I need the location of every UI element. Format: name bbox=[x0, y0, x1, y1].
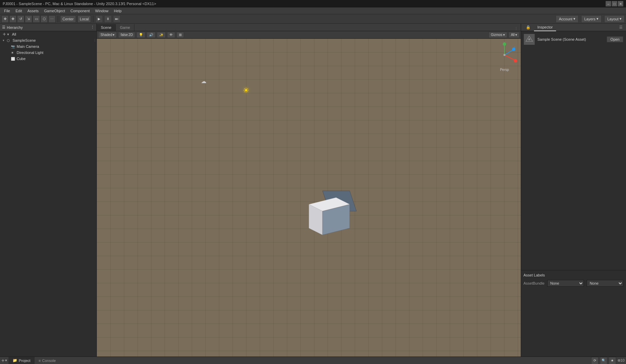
menu-bar: File Edit Assets GameObject Component Wi… bbox=[0, 7, 626, 14]
svg-point-13 bbox=[503, 54, 505, 56]
scene-tabs: Scene Game ⋮ bbox=[97, 24, 521, 31]
tab-game[interactable]: Game bbox=[116, 24, 134, 31]
window-title: PJ0001 - SampleScene - PC, Mac & Linux S… bbox=[3, 2, 156, 6]
transform-tool[interactable]: ⬡ bbox=[40, 15, 48, 23]
hierarchy-label: Hierarchy bbox=[7, 25, 23, 30]
svg-text:Y: Y bbox=[503, 41, 505, 44]
samplescene-icon: ⬡ bbox=[7, 39, 12, 42]
scene-fx-btn[interactable]: ✨ bbox=[157, 32, 166, 38]
hierarchy-item-maincamera[interactable]: 📷 Main Camera bbox=[0, 43, 96, 50]
asset-bundle-select-left[interactable]: None bbox=[547, 280, 584, 287]
pause-button[interactable]: ⏸ bbox=[104, 15, 112, 23]
hierarchy-item-cube[interactable]: ⬜ Cube bbox=[0, 56, 96, 62]
scene-light-btn[interactable]: 💡 bbox=[136, 32, 145, 38]
all-arrow: ▾ bbox=[515, 33, 517, 37]
layers-button[interactable]: Layers ▾ bbox=[581, 15, 602, 23]
asset-bundle-select-right[interactable]: None bbox=[587, 280, 623, 287]
close-button[interactable]: ✕ bbox=[618, 1, 623, 6]
hierarchy-item-directionallight[interactable]: ☀ Directional Light bbox=[0, 50, 96, 56]
tab-scene[interactable]: Scene bbox=[97, 24, 116, 31]
svg-point-15 bbox=[528, 38, 530, 40]
scene-tab-label: Scene bbox=[101, 25, 111, 30]
menu-gameobject[interactable]: GameObject bbox=[41, 7, 68, 14]
hand-tool[interactable]: ✥ bbox=[1, 15, 9, 23]
tab-project[interactable]: 📁 Project bbox=[8, 357, 34, 364]
menu-component[interactable]: Component bbox=[68, 7, 92, 14]
accounts-layers-group: Account ▾ Layers ▾ Layout ▾ bbox=[556, 15, 625, 23]
camera-gizmo: ☁ bbox=[201, 78, 206, 84]
menu-help[interactable]: Help bbox=[111, 7, 124, 14]
tab-inspector[interactable]: Inspector bbox=[534, 24, 556, 31]
project-star-btn[interactable]: ★ bbox=[609, 357, 616, 364]
cube-label: Cube bbox=[17, 57, 25, 61]
2d-button[interactable]: false2D bbox=[118, 32, 135, 38]
hierarchy-options-icon[interactable]: ⋮ bbox=[91, 25, 94, 30]
samplescene-menu[interactable]: ⋮ bbox=[93, 39, 96, 42]
project-sync-btn[interactable]: ⟳ bbox=[591, 357, 599, 364]
account-button[interactable]: Account ▾ bbox=[556, 15, 578, 23]
axis-gizmo[interactable]: Y X Z Persp bbox=[491, 41, 518, 74]
layout-dropdown-icon: ▾ bbox=[620, 17, 622, 21]
inspector-content: Sample Scene (Scene Asset) Open bbox=[521, 31, 626, 357]
hierarchy-header: ☰ Hierarchy ⋮ bbox=[0, 24, 96, 31]
play-button[interactable]: ▶ bbox=[95, 15, 103, 23]
move-tool[interactable]: ✤ bbox=[9, 15, 17, 23]
all-dropdown[interactable]: All ▾ bbox=[509, 32, 519, 38]
bottom-panel: + ▾ 📁 Project ≡ Console ⟳ 🔍 ★ ⊕10 ▾ Favo… bbox=[0, 357, 626, 364]
scene-hidden-btn[interactable]: 👁 bbox=[167, 32, 175, 38]
dirlight-icon: ☀ bbox=[11, 51, 16, 55]
console-tab-label: Console bbox=[42, 359, 56, 363]
svg-text:Z: Z bbox=[514, 46, 516, 49]
sep1 bbox=[58, 16, 58, 22]
account-dropdown-icon: ▾ bbox=[573, 17, 575, 21]
minimize-button[interactable]: – bbox=[606, 1, 611, 6]
pivot-toggle[interactable]: Center bbox=[60, 15, 76, 23]
samplescene-label: SampleScene bbox=[13, 38, 36, 42]
lock-icon-btn[interactable]: 🔒 bbox=[522, 24, 534, 31]
project-tab-label: Project bbox=[19, 359, 30, 363]
asset-labels-section: Asset Labels AssetBundle None None bbox=[521, 270, 626, 289]
hierarchy-title: ☰ Hierarchy bbox=[2, 25, 23, 30]
local-label: Local bbox=[80, 17, 89, 21]
step-button[interactable]: ⏭ bbox=[113, 15, 121, 23]
sep2 bbox=[93, 16, 93, 22]
asset-bundle-row: AssetBundle None None bbox=[523, 280, 623, 287]
window-controls: – □ ✕ bbox=[606, 1, 623, 6]
gizmos-label: Gizmos bbox=[491, 33, 502, 37]
scene-options-icon[interactable]: ⋮ bbox=[512, 26, 521, 31]
bottom-add-arrow[interactable]: ▾ bbox=[5, 358, 7, 363]
layout-button[interactable]: Layout ▾ bbox=[604, 15, 625, 23]
hierarchy-add-btn[interactable]: + ▾ All bbox=[0, 31, 96, 37]
project-search-btn[interactable]: 🔍 bbox=[600, 357, 607, 364]
scale-tool[interactable]: ⇲ bbox=[25, 15, 32, 23]
local-toggle[interactable]: Local bbox=[77, 15, 91, 23]
layout-label: Layout bbox=[607, 17, 619, 21]
maximize-button[interactable]: □ bbox=[612, 1, 617, 6]
tab-console[interactable]: ≡ Console bbox=[35, 357, 60, 364]
menu-window[interactable]: Window bbox=[92, 7, 111, 14]
menu-file[interactable]: File bbox=[1, 7, 13, 14]
inspector-options-icon[interactable]: ☰ bbox=[616, 24, 626, 31]
scene-grid-btn[interactable]: ⊞ bbox=[177, 32, 184, 38]
bottom-add-icon[interactable]: + bbox=[1, 358, 4, 364]
hierarchy-item-samplescene[interactable]: ▾ ⬡ SampleScene ⋮ bbox=[0, 37, 96, 43]
menu-assets[interactable]: Assets bbox=[25, 7, 41, 14]
scene-audio-btn[interactable]: 🔊 bbox=[147, 32, 155, 38]
open-button[interactable]: Open bbox=[607, 36, 623, 42]
game-tab-label: Game bbox=[120, 25, 130, 30]
shaded-dropdown[interactable]: Shaded ▾ bbox=[98, 32, 117, 38]
rotate-tool[interactable]: ↺ bbox=[17, 15, 24, 23]
rect-tool[interactable]: ▭ bbox=[33, 15, 40, 23]
asset-header: Sample Scene (Scene Asset) Open bbox=[524, 34, 623, 45]
bottom-add-btn: + ▾ bbox=[0, 358, 8, 364]
scene-viewport[interactable]: ☀ ☁ bbox=[97, 39, 521, 357]
svg-line-10 bbox=[504, 50, 513, 55]
project-toolbar: ⟳ 🔍 ★ ⊕10 bbox=[590, 357, 626, 364]
main-content: ☰ Hierarchy ⋮ + ▾ All ▾ ⬡ SampleScene ⋮ … bbox=[0, 24, 626, 357]
menu-edit[interactable]: Edit bbox=[13, 7, 25, 14]
samplescene-arrow: ▾ bbox=[3, 39, 7, 42]
custom-tool[interactable]: ⋯ bbox=[48, 15, 56, 23]
hierarchy-content: + ▾ All ▾ ⬡ SampleScene ⋮ 📷 Main Camera … bbox=[0, 31, 96, 357]
shaded-arrow: ▾ bbox=[113, 33, 114, 37]
gizmos-dropdown[interactable]: Gizmos ▾ bbox=[489, 32, 507, 38]
